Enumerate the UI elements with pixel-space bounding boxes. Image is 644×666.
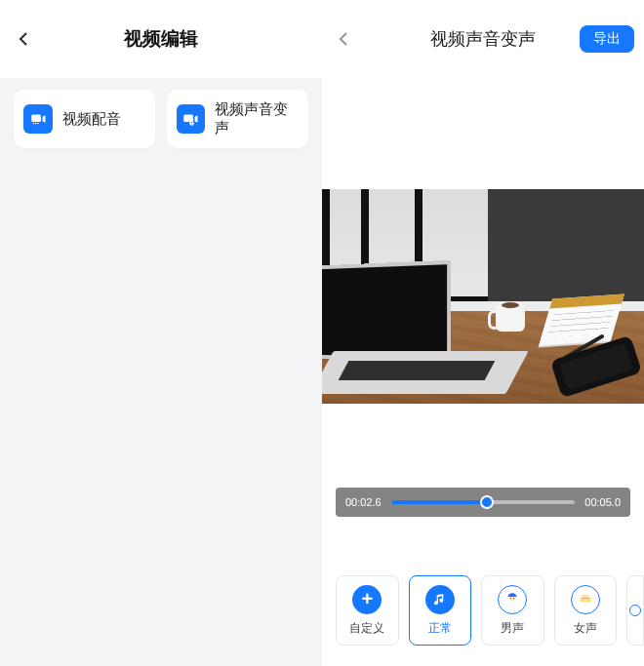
- option-label: 视频声音变声: [215, 100, 299, 137]
- right-header: 视频声音变声 导出: [322, 0, 644, 78]
- svg-rect-4: [184, 115, 194, 123]
- voice-option-more[interactable]: [626, 575, 644, 646]
- total-time: 00:05.0: [584, 496, 621, 508]
- svg-point-6: [191, 122, 193, 124]
- svg-rect-0: [31, 115, 41, 123]
- video-preview[interactable]: [322, 189, 644, 404]
- back-button[interactable]: [332, 27, 355, 51]
- option-video-dubbing[interactable]: 视频配音: [14, 90, 155, 148]
- option-video-voice-change[interactable]: 视频声音变声: [167, 90, 308, 148]
- male-face-icon: [498, 585, 527, 614]
- back-button[interactable]: [12, 27, 35, 51]
- chevron-left-icon: [336, 31, 351, 47]
- page-title: 视频编辑: [0, 26, 322, 52]
- female-face-icon: [571, 585, 600, 614]
- voice-option-label: 自定义: [349, 620, 384, 637]
- seek-slider[interactable]: [391, 500, 576, 504]
- voice-option-female[interactable]: 女声: [554, 575, 618, 646]
- option-label: 视频配音: [62, 110, 121, 129]
- svg-point-2: [35, 123, 37, 125]
- voice-option-male[interactable]: 男声: [481, 575, 544, 646]
- export-button[interactable]: 导出: [580, 25, 634, 53]
- seek-thumb[interactable]: [480, 495, 494, 509]
- svg-point-9: [513, 597, 514, 598]
- svg-point-1: [33, 123, 35, 125]
- video-edit-screen: 视频编辑 视频配音 视频声音变声: [0, 0, 322, 666]
- playback-bar: 00:02.6 00:05.0: [336, 488, 630, 517]
- current-time: 00:02.6: [345, 496, 382, 508]
- svg-point-3: [37, 123, 39, 125]
- option-cards: 视频配音 视频声音变声: [0, 78, 322, 160]
- voice-option-custom[interactable]: + 自定义: [336, 575, 399, 646]
- svg-point-10: [583, 595, 588, 601]
- svg-point-11: [584, 597, 584, 598]
- video-frame-scene: [322, 189, 644, 404]
- seek-fill: [391, 500, 487, 504]
- voice-option-normal[interactable]: 正常: [409, 575, 472, 646]
- video-voice-change-icon: [177, 104, 205, 134]
- left-header: 视频编辑: [0, 0, 322, 78]
- svg-point-8: [510, 597, 511, 598]
- voice-option-label: 女声: [574, 620, 597, 637]
- music-note-icon: [425, 585, 455, 614]
- voice-change-screen: 视频声音变声 导出 00:02.6 00:05.0: [322, 0, 644, 666]
- plus-icon: +: [352, 585, 382, 614]
- voice-option-label: 男声: [501, 620, 524, 637]
- svg-point-12: [586, 597, 587, 598]
- voice-option-label: 正常: [428, 620, 452, 637]
- chevron-left-icon: [16, 31, 31, 47]
- video-dubbing-icon: [23, 104, 53, 134]
- voice-options: + 自定义 正常 男声 女声: [336, 575, 644, 647]
